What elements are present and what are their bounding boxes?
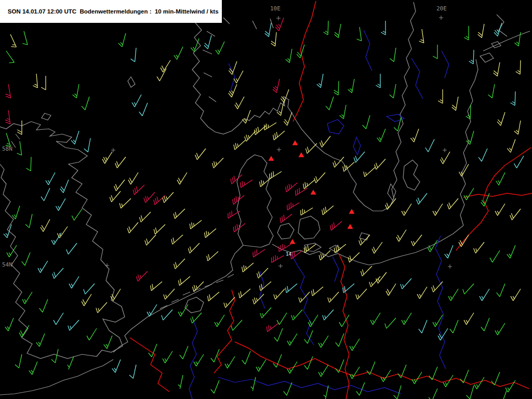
- wind-barb: [328, 292, 339, 302]
- wind-barb: [211, 380, 219, 393]
- wind-barb: [60, 180, 69, 193]
- lat-label: 58N: [2, 145, 12, 152]
- wind-barb: [464, 313, 474, 325]
- wind-barb: [320, 136, 330, 147]
- wind-barb: [464, 188, 474, 200]
- coastline: [483, 31, 530, 51]
- river: [442, 51, 449, 78]
- wind-barb: [271, 32, 277, 46]
- wind-barb: [390, 48, 396, 62]
- wind-barb: [511, 289, 521, 301]
- wind-barb: [478, 24, 484, 38]
- wind-barb: [450, 320, 458, 333]
- wind-barb: [429, 389, 437, 399]
- wind-barb: [433, 204, 443, 216]
- wind-barb: [149, 344, 157, 357]
- wind-barb: [481, 318, 489, 331]
- wind-barb: [372, 242, 382, 254]
- wind-barb: [256, 360, 266, 371]
- graticule-cross: [105, 263, 109, 268]
- wind-barb: [68, 320, 79, 330]
- wind-barb: [115, 157, 126, 168]
- wind-barb: [46, 172, 55, 185]
- wind-barb: [144, 192, 155, 203]
- wind-barb: [205, 229, 216, 237]
- wind-barb: [114, 180, 125, 191]
- wind-barb: [267, 323, 278, 332]
- wind-barb: [417, 193, 427, 204]
- wind-barb: [381, 370, 391, 382]
- wind-barb: [140, 212, 151, 222]
- coastline: [388, 184, 396, 201]
- wind-barb: [239, 289, 250, 298]
- wind-barb: [354, 152, 365, 163]
- wind-barb: [452, 97, 458, 111]
- wind-barb: [127, 222, 138, 233]
- wind-barb: [376, 74, 380, 88]
- wind-barb: [312, 287, 323, 296]
- wind-barb: [131, 48, 137, 62]
- lat-label: 54N: [2, 261, 12, 268]
- wind-barb: [178, 304, 188, 316]
- wind-barb: [281, 89, 289, 102]
- coastline: [298, 216, 320, 239]
- coastline: [11, 134, 20, 148]
- lon-label: 20E: [436, 5, 447, 12]
- graticule-cross: [111, 148, 115, 152]
- coastline: [128, 77, 135, 87]
- wind-barb: [350, 339, 360, 351]
- wind-barb: [326, 97, 334, 110]
- wind-barb: [330, 221, 342, 230]
- wind-barb: [336, 360, 344, 373]
- coastline: [403, 160, 420, 190]
- wind-barb: [7, 245, 17, 257]
- wind-barb: [245, 131, 256, 141]
- wind-barb: [260, 282, 271, 290]
- wind-barb: [460, 370, 469, 383]
- coastline: [237, 155, 273, 247]
- wind-barb: [139, 103, 148, 116]
- wind-barb: [290, 250, 302, 259]
- country-border: [293, 1, 316, 122]
- wind-barb: [119, 198, 131, 208]
- wind-barb: [41, 188, 50, 201]
- coastline: [272, 225, 463, 265]
- wind-barb: [225, 356, 235, 368]
- wind-barb: [402, 204, 411, 216]
- wind-barb: [191, 313, 202, 323]
- wind-barb: [386, 284, 396, 296]
- wind-barb: [491, 372, 500, 385]
- wind-barb: [191, 38, 199, 51]
- wind-barb: [234, 71, 243, 83]
- wind-barb: [323, 310, 334, 320]
- wind-barb: [433, 45, 437, 59]
- wind-barb: [324, 385, 328, 399]
- warning-triangle-icon: [269, 156, 274, 161]
- wind-barb: [234, 140, 245, 150]
- wind-barb: [6, 133, 11, 147]
- graticule-cross: [278, 264, 283, 268]
- wind-barb: [340, 105, 346, 119]
- coastline: [304, 243, 321, 251]
- warning-triangle-icon: [292, 140, 298, 145]
- wind-barb: [33, 74, 37, 88]
- wind-barb: [51, 233, 61, 245]
- wind-barb: [495, 323, 505, 335]
- wind-barb: [497, 112, 505, 126]
- wind-barb: [22, 31, 28, 45]
- wind-barb: [132, 95, 141, 107]
- wind-barb: [242, 263, 254, 272]
- wind-barb: [82, 97, 89, 110]
- wind-barb: [5, 318, 14, 331]
- wind-barb: [364, 167, 375, 177]
- wind-barb: [208, 292, 219, 301]
- wind-barb: [195, 149, 206, 159]
- wind-barb: [151, 282, 162, 290]
- wind-barb: [459, 164, 469, 176]
- station-label: 14: [286, 251, 291, 257]
- wind-barb: [443, 375, 453, 387]
- wind-barb: [128, 172, 138, 184]
- wind-barb: [363, 115, 370, 129]
- wind-barb: [361, 266, 373, 276]
- wind-barb: [303, 180, 315, 189]
